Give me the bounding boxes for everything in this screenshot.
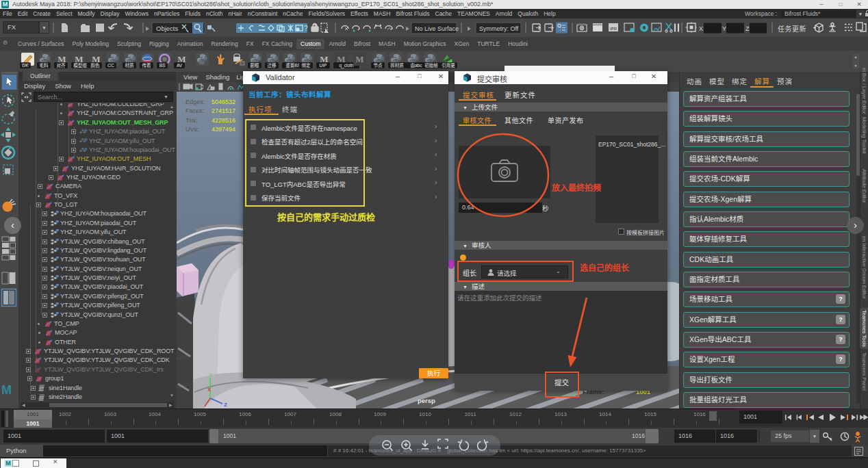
svg-text:Edges:: Edges: [186,99,205,105]
svg-text:Y: Y [209,372,213,378]
svg-text:IPR: IPR [610,27,617,31]
svg-text:4397494: 4397494 [212,126,235,133]
svg-text:5046532: 5046532 [212,99,235,105]
svg-text:?: ? [304,25,308,32]
svg-text:Faces:: Faces: [186,107,204,114]
svg-text:Z: Z [224,402,227,408]
svg-text:Symmetry: Off: Symmetry: Off [479,25,519,32]
svg-text:Objects: Objects [156,25,178,32]
svg-text:M: M [1,383,12,397]
svg-text:Tris:: Tris: [186,117,197,124]
svg-text:4228516: 4228516 [212,117,235,124]
svg-text:UVs:: UVs: [186,126,199,133]
svg-text:2741517: 2741517 [212,107,235,114]
svg-text:M: M [355,54,363,64]
svg-text:X: X [207,387,212,393]
svg-text:persp: persp [418,397,435,404]
svg-text:No Live Surface: No Live Surface [415,25,459,32]
